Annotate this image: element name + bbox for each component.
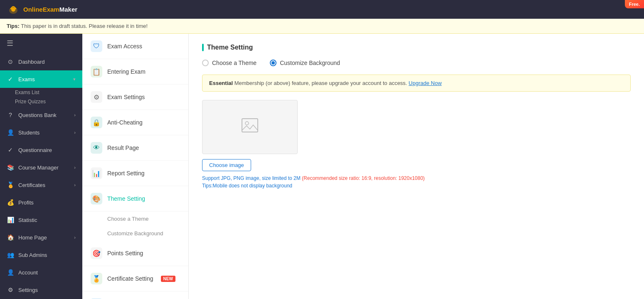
sidebar-item-questions-bank[interactable]: ? Questions Bank ›: [0, 106, 82, 124]
nav-sub-customize-background[interactable]: Customize Background: [82, 226, 188, 241]
upgrade-message: Membership (or above) feature, please up…: [234, 80, 407, 86]
nav-sub-choose-a-theme[interactable]: Choose a Theme: [82, 212, 188, 226]
result-page-icon: 👁: [91, 142, 102, 154]
nav-item-entering-exam[interactable]: 📋 Entering Exam: [82, 59, 188, 85]
recommended-text: (Recommended size ratio: 16:9, resolutio…: [302, 175, 425, 181]
report-setting-icon: 📊: [91, 167, 102, 179]
support-main: Support JPG, PNG image, size limited to …: [202, 175, 301, 181]
sidebar-item-settings[interactable]: ⚙ Settings: [0, 281, 82, 299]
students-icon: 👤: [7, 129, 14, 136]
nav-item-theme-setting[interactable]: 🎨 Theme Setting: [82, 186, 188, 212]
chevron-right-icon: ›: [74, 235, 76, 240]
upgrade-bold: Essential: [209, 80, 233, 86]
sidebar-item-questionnaire[interactable]: ✓ Questionnaire: [0, 141, 82, 159]
sidebar-sub-label: Prize Quizzes: [15, 99, 46, 105]
theme-setting-icon: 🎨: [91, 193, 102, 204]
chevron-right-icon: ›: [74, 182, 76, 187]
nav-item-label: Certificate Setting: [107, 275, 153, 282]
sidebar-item-certificates[interactable]: 🏅 Certificates ›: [0, 176, 82, 194]
radio-option-choose-a-theme[interactable]: Choose a Theme: [202, 60, 257, 66]
logo: OnlineExamMaker: [7, 3, 77, 16]
sidebar-item-label: Statistic: [18, 217, 37, 223]
sidebar-item-label: Questions Bank: [18, 112, 57, 118]
sidebar-item-account[interactable]: 👤 Account: [0, 264, 82, 281]
topbar: OnlineExamMaker Free.: [0, 0, 644, 19]
sidebar-item-label: Course Manager: [18, 164, 59, 171]
nav-item-exam-settings[interactable]: ⚙ Exam Settings: [82, 85, 188, 110]
tips-mobile-text: Tips:Mobile does not display background: [202, 183, 631, 189]
sidebar-item-exams[interactable]: ✓ Exams ▾: [0, 70, 82, 88]
tips-label: Tips:: [7, 23, 20, 29]
nav-item-label: Anti-Cheating: [107, 119, 143, 126]
points-setting-icon: 🎯: [91, 247, 102, 259]
nav-item-report-setting[interactable]: 📊 Report Setting: [82, 161, 188, 186]
anti-cheating-icon: 🔒: [91, 117, 102, 128]
chevron-right-icon: ›: [74, 165, 76, 170]
logo-text: OnlineExamMaker: [23, 6, 77, 13]
sidebar-item-label: Sub Admins: [18, 252, 47, 258]
sidebar-item-label: Exams: [18, 76, 35, 82]
tips-bar: Tips: This paper is in draft status. Ple…: [0, 19, 644, 34]
sidebar-toggle[interactable]: ☰: [0, 34, 82, 53]
radio-circle-customize-bg: [270, 60, 276, 66]
content-area: Theme Setting Choose a Theme Customize B…: [189, 34, 644, 299]
sidebar-sub-label: Exams List: [15, 90, 39, 95]
choose-image-button[interactable]: Choose image: [202, 159, 251, 171]
nav-item-result-page[interactable]: 👁 Result Page: [82, 135, 188, 161]
chevron-right-icon: ›: [74, 112, 76, 117]
nav-item-certificate-setting[interactable]: 🏅 Certificate Setting NEW: [82, 266, 188, 292]
profits-icon: 💰: [7, 199, 14, 206]
nav-item-label: Exam Access: [107, 43, 142, 50]
certificates-icon: 🏅: [7, 181, 14, 189]
sidebar-item-students[interactable]: 👤 Students ›: [0, 124, 82, 141]
nav-sub-label: Customize Background: [107, 230, 163, 237]
image-placeholder-icon: [242, 118, 258, 136]
sub-admins-icon: 👥: [7, 251, 14, 259]
radio-option-customize-background[interactable]: Customize Background: [270, 60, 340, 66]
nav-sub-label: Choose a Theme: [107, 216, 149, 222]
statistic-icon: 📊: [7, 216, 14, 224]
sidebar-item-statistic[interactable]: 📊 Statistic: [0, 211, 82, 229]
certificate-setting-icon: 🏅: [91, 273, 102, 284]
new-badge: NEW: [161, 276, 175, 282]
sidebar-item-label: Dashboard: [18, 59, 45, 65]
middle-nav: 🛡 Exam Access 📋 Entering Exam ⚙ Exam Set…: [82, 34, 189, 299]
section-title: Theme Setting: [202, 44, 631, 51]
free-badge: Free.: [625, 0, 644, 8]
svg-point-1: [11, 7, 15, 12]
exam-access-icon: 🛡: [91, 40, 102, 52]
settings-icon: ⚙: [7, 286, 14, 294]
upgrade-banner: Essential Membership (or above) feature,…: [202, 75, 631, 92]
sidebar-item-label: Students: [18, 130, 39, 136]
sidebar-item-exams-list[interactable]: Exams List: [0, 88, 82, 97]
sidebar-item-home-page[interactable]: 🏠 Home Page ›: [0, 229, 82, 246]
sidebar-item-profits[interactable]: 💰 Profits: [0, 194, 82, 211]
sidebar-item-course-manager[interactable]: 📚 Course Manager ›: [0, 159, 82, 176]
chevron-down-icon: ▾: [73, 77, 76, 82]
tips-message: This paper is in draft status. Please re…: [21, 23, 148, 29]
support-text: Support JPG, PNG image, size limited to …: [202, 175, 631, 181]
sidebar-item-sub-admins[interactable]: 👥 Sub Admins: [0, 246, 82, 264]
nav-item-anti-cheating[interactable]: 🔒 Anti-Cheating: [82, 110, 188, 135]
home-page-icon: 🏠: [7, 234, 14, 241]
nav-item-label: Points Setting: [107, 250, 143, 257]
nav-item-label: Theme Setting: [107, 195, 145, 202]
nav-item-label: Report Setting: [107, 170, 145, 177]
nav-item-marking-setting[interactable]: ✏ Marking Setting: [82, 292, 188, 299]
sidebar-item-dashboard[interactable]: ⊙ Dashboard: [0, 53, 82, 70]
sidebar-item-label: Account: [18, 269, 38, 276]
sidebar-item-label: Certificates: [18, 182, 45, 188]
sidebar-item-label: Home Page: [18, 234, 47, 241]
sidebar-item-prize-quizzes[interactable]: Prize Quizzes: [0, 97, 82, 106]
sidebar: ☰ ⊙ Dashboard ✓ Exams ▾ Exams List Prize…: [0, 34, 82, 299]
nav-item-exam-access[interactable]: 🛡 Exam Access: [82, 34, 188, 59]
sidebar-item-label: Questionnaire: [18, 147, 52, 153]
nav-item-points-setting[interactable]: 🎯 Points Setting: [82, 241, 188, 266]
upgrade-now-link[interactable]: Upgrade Now: [409, 80, 442, 86]
nav-item-label: Result Page: [107, 145, 139, 151]
course-manager-icon: 📚: [7, 164, 14, 171]
image-placeholder: [202, 100, 298, 154]
exam-settings-icon: ⚙: [91, 91, 102, 103]
dashboard-icon: ⊙: [7, 58, 14, 65]
radio-group: Choose a Theme Customize Background: [202, 60, 631, 66]
